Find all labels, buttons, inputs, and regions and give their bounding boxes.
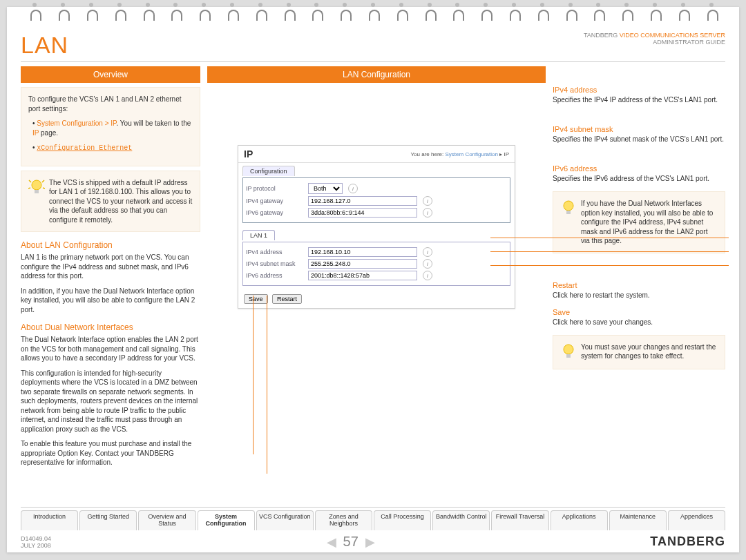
- ip-protocol-select[interactable]: Both: [308, 183, 343, 194]
- ip-config-screenshot: IP You are here: System Configuration ▸ …: [238, 145, 515, 309]
- prev-page-icon[interactable]: ◀: [327, 534, 336, 550]
- svg-rect-5: [566, 354, 571, 358]
- lan1-ipv4-mask-input[interactable]: [308, 259, 417, 269]
- tab-overview-status[interactable]: Overview and Status: [138, 510, 195, 530]
- doc-info: D14049.04 JULY 2008: [21, 535, 51, 549]
- lan1-ipv6-addr-input[interactable]: [308, 271, 417, 280]
- page-number: 57: [343, 534, 358, 550]
- svg-point-0: [32, 180, 41, 190]
- svg-rect-3: [566, 211, 571, 214]
- header-meta: TANDBERG VIDEO COMMUNICATIONS SERVER ADM…: [584, 32, 725, 46]
- desc-restart-head: Restart: [553, 281, 725, 289]
- desc-ipv4-addr-head: IPv4 address: [553, 86, 725, 94]
- ipv6-gateway-input[interactable]: [308, 208, 417, 218]
- svg-rect-1: [35, 190, 39, 193]
- tab-maintenance[interactable]: Maintenance: [609, 510, 667, 530]
- tab-vcs-config[interactable]: VCS Configuration: [256, 510, 314, 530]
- tab-bandwidth[interactable]: Bandwidth Control: [432, 510, 490, 530]
- tab-configuration[interactable]: Configuration: [242, 166, 295, 176]
- tab-introduction[interactable]: Introduction: [21, 510, 78, 530]
- save-button[interactable]: Save: [244, 294, 268, 304]
- info-icon[interactable]: i: [423, 208, 432, 218]
- info-icon[interactable]: i: [423, 271, 432, 280]
- svg-point-2: [564, 201, 573, 211]
- desc-ipv4-mask-head: IPv4 subnet mask: [553, 125, 725, 133]
- link-xconfig-ethernet[interactable]: xConfiguration Ethernet: [37, 144, 132, 152]
- next-page-icon[interactable]: ▶: [365, 534, 375, 550]
- lan-config-header: LAN Configuration: [207, 66, 546, 83]
- tab-lan1[interactable]: LAN 1: [242, 230, 275, 240]
- link-ip[interactable]: IP: [32, 129, 39, 137]
- brand-logo: TANDBERG: [650, 534, 725, 549]
- info-icon[interactable]: i: [348, 184, 358, 193]
- tab-firewall[interactable]: Firewall Traversal: [491, 510, 548, 530]
- tab-system-config[interactable]: System Configuration: [198, 510, 255, 530]
- lightbulb-icon: [560, 342, 577, 362]
- tab-applications[interactable]: Applications: [551, 510, 608, 530]
- svg-point-4: [564, 345, 573, 354]
- restart-button[interactable]: Restart: [272, 294, 302, 304]
- desc-ipv6-addr-head: IPv6 address: [553, 164, 725, 173]
- tab-zones[interactable]: Zones and Neighbors: [315, 510, 372, 530]
- ipv4-gateway-input[interactable]: [308, 196, 417, 206]
- lightbulb-icon: [560, 199, 577, 218]
- lightbulb-icon: [28, 178, 45, 197]
- desc-save-head: Save: [553, 308, 725, 316]
- info-icon[interactable]: i: [423, 259, 432, 269]
- page-title: LAN: [21, 32, 68, 59]
- about-lan-config-heading: About LAN Configuration: [21, 240, 200, 250]
- footer-tabs: Introduction Getting Started Overview an…: [21, 507, 725, 530]
- link-sysconfig-ip[interactable]: System Configuration > IP: [37, 119, 116, 127]
- overview-header: Overview: [21, 66, 200, 83]
- tab-call-processing[interactable]: Call Processing: [374, 510, 431, 530]
- tab-appendices[interactable]: Appendices: [668, 510, 725, 530]
- about-dual-net-heading: About Dual Network Interfaces: [21, 322, 200, 332]
- lan1-ipv4-addr-input[interactable]: [308, 247, 417, 257]
- info-icon[interactable]: i: [423, 196, 432, 206]
- info-icon[interactable]: i: [423, 247, 432, 257]
- tab-getting-started[interactable]: Getting Started: [79, 510, 137, 530]
